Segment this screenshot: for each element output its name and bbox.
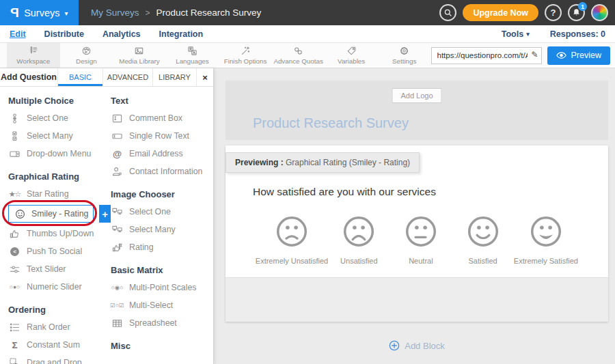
edit-toolbar: Workspace Design Media Library Languages… <box>0 43 615 68</box>
close-panel-button[interactable]: × <box>197 68 213 86</box>
panel-title-add-question: Add Question <box>0 68 58 86</box>
tab-analytics[interactable]: Analytics <box>102 29 141 39</box>
toolbar-design[interactable]: Design <box>60 43 113 68</box>
question-text: How satisfied are you with our services <box>253 186 608 198</box>
very-sad-smiley-icon <box>275 214 309 249</box>
breadcrumb-separator: > <box>146 8 150 18</box>
chain-links-icon <box>293 46 303 56</box>
happy-smiley-icon <box>466 214 500 249</box>
circle-plus-icon <box>389 340 400 351</box>
qtype-select-one[interactable]: Select One <box>8 109 111 127</box>
notification-badge: 1 <box>578 2 587 11</box>
qtype-push-to-social[interactable]: < Push To Social <box>8 242 111 260</box>
add-logo-button[interactable]: Add Logo <box>392 88 441 103</box>
survey-nav: Edit Distribute Analytics Integration To… <box>0 25 615 43</box>
qtype-select-many[interactable]: Select Many <box>8 127 111 145</box>
block-footer <box>226 277 608 322</box>
search-icon <box>443 8 452 17</box>
dropdown-icon <box>10 149 20 159</box>
image-pair-icon <box>112 225 122 235</box>
toolbar-settings[interactable]: Settings <box>378 43 431 68</box>
avatar[interactable] <box>591 4 608 21</box>
person-icon <box>112 167 122 177</box>
eye-icon <box>556 52 566 59</box>
breadcrumb-parent-link[interactable]: My Surveys <box>91 8 139 18</box>
edit-url-icon[interactable]: ✎ <box>531 50 538 59</box>
add-block-button[interactable]: Add Block <box>226 340 608 351</box>
breadcrumb-current: Product Research Survey <box>156 8 262 18</box>
tools-dropdown[interactable]: Tools▾ <box>502 29 530 39</box>
qtype-star-rating[interactable]: ★☆ Star Rating <box>8 185 111 203</box>
qtype-contact-information[interactable]: Contact Information <box>111 163 212 180</box>
share-icon: < <box>10 247 19 256</box>
tab-distribute[interactable]: Distribute <box>44 29 84 39</box>
single-row-icon <box>112 131 122 141</box>
toolbar-workspace[interactable]: Workspace <box>7 43 60 68</box>
option-unsatisfied[interactable]: Unsatisfied <box>328 214 390 265</box>
tab-library[interactable]: LIBRARY <box>153 68 197 86</box>
qtype-image-rating[interactable]: Rating <box>111 238 212 256</box>
qtype-smiley-rating[interactable]: Smiley - Rating + <box>8 204 111 224</box>
survey-title[interactable]: Product Research Survey <box>253 115 409 131</box>
sigma-icon: Σ <box>8 340 21 350</box>
qtype-single-row-text[interactable]: Single Row Text <box>111 127 212 145</box>
preview-button[interactable]: Preview <box>547 46 610 65</box>
qtype-image-select-many[interactable]: Select Many <box>111 221 212 238</box>
qtype-image-select-one[interactable]: Select One <box>111 203 212 221</box>
option-satisfied[interactable]: Satisfied <box>452 214 514 265</box>
palette-icon <box>81 46 92 56</box>
qtype-rank-order[interactable]: Rank Order <box>8 318 111 336</box>
section-ordering: Ordering <box>8 305 111 315</box>
option-neutral[interactable]: Neutral <box>390 214 452 265</box>
responses-count[interactable]: Responses: 0 <box>550 29 605 39</box>
search-button[interactable] <box>439 4 456 21</box>
rank-list-icon <box>10 322 20 333</box>
survey-url-field-wrap: ✎ <box>431 47 542 64</box>
qtype-constant-sum[interactable]: Σ Constant Sum <box>8 336 111 354</box>
help-button[interactable]: ? <box>545 4 562 21</box>
toolbar-media-library[interactable]: Media Library <box>113 43 166 68</box>
qtype-spreadsheet[interactable]: Spreadsheet <box>111 314 212 332</box>
option-extremely-unsatisfied[interactable]: Extremely Unsatisfied <box>256 214 328 265</box>
questionpro-logo-icon: P <box>10 5 19 20</box>
drag-cursor-icon <box>10 358 20 364</box>
tab-integration[interactable]: Integration <box>159 29 204 39</box>
qtype-dropdown-menu[interactable]: Drop-down Menu <box>8 145 111 163</box>
sad-smiley-icon <box>342 214 376 249</box>
radio-stack-icon <box>10 113 20 124</box>
toolbar-variables[interactable]: Variables <box>325 43 378 68</box>
very-happy-smiley-icon <box>529 214 563 249</box>
toolbar-finish-options[interactable]: Finish Options <box>219 43 272 68</box>
qtype-drag-and-drop[interactable]: Drag and Drop <box>8 354 111 364</box>
tab-edit[interactable]: Edit <box>10 29 26 39</box>
magic-wand-icon <box>241 46 251 56</box>
section-misc: Misc <box>111 341 212 351</box>
brand-menu[interactable]: P Surveys ▾ <box>0 0 79 25</box>
multi-point-icon: ○◉○ <box>111 284 124 291</box>
toolbar-languages[interactable]: Languages <box>166 43 219 68</box>
survey-url-input[interactable] <box>431 47 542 64</box>
image-pair-icon <box>112 207 122 217</box>
qtype-multi-select[interactable]: ☑○☑ Multi-Select <box>111 296 212 314</box>
qtype-text-slider[interactable]: Text Slider <box>8 260 111 278</box>
tab-basic[interactable]: BASIC <box>58 68 103 86</box>
add-smiley-question-button[interactable]: + <box>99 205 111 223</box>
qtype-comment-box[interactable]: Comment Box <box>111 109 212 127</box>
qtype-multi-point-scales[interactable]: ○◉○ Multi-Point Scales <box>111 279 212 296</box>
survey-canvas: Add Logo Product Research Survey Preview… <box>214 68 615 364</box>
upgrade-now-button[interactable]: Upgrade Now <box>463 4 538 21</box>
option-extremely-satisfied[interactable]: Extremely Satisfied <box>514 214 578 265</box>
neutral-smiley-icon <box>404 214 438 249</box>
qtype-numeric-slider[interactable]: ○●○ Numeric Slider <box>8 278 111 296</box>
notifications-button[interactable]: 1 <box>568 4 585 21</box>
workspace-icon <box>28 46 38 56</box>
toolbar-advance-quotas[interactable]: Advance Quotas <box>272 43 325 68</box>
qtype-thumbs-up-down[interactable]: Thumbs Up/Down <box>8 225 111 242</box>
star-rating-icon: ★☆ <box>8 190 21 199</box>
tab-advanced[interactable]: ADVANCED <box>103 68 153 86</box>
add-question-panel: Add Question BASIC ADVANCED LIBRARY × Mu… <box>0 68 214 364</box>
gear-icon <box>399 46 409 56</box>
previewing-value: Graphical Rating (Smiley - Rating) <box>284 158 410 167</box>
qtype-email-address[interactable]: @ Email Address <box>111 145 212 163</box>
previewing-tag: Previewing : Graphical Rating (Smiley - … <box>226 152 420 173</box>
